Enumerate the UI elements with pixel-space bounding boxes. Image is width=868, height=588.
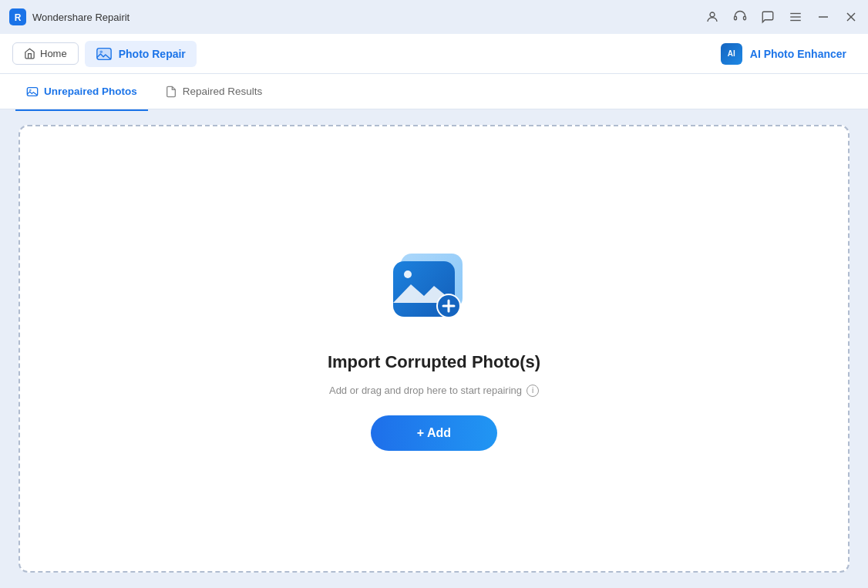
info-icon[interactable]: i xyxy=(527,385,539,397)
drop-zone[interactable]: Import Corrupted Photo(s) Add or drag an… xyxy=(19,125,849,573)
ai-enhancer-label: AI Photo Enhancer xyxy=(750,48,846,60)
svg-rect-4 xyxy=(744,16,746,20)
photo-repair-icon xyxy=(96,45,113,62)
main-content: Import Corrupted Photo(s) Add or drag an… xyxy=(0,109,868,588)
unrepaired-tab-label: Unrepaired Photos xyxy=(44,86,137,97)
sub-tabs: Unrepaired Photos Repaired Results xyxy=(0,74,868,109)
import-photo-icon xyxy=(384,247,484,340)
app-logo-icon: R xyxy=(9,8,26,25)
tab-repaired[interactable]: Repaired Results xyxy=(154,79,274,104)
repaired-tab-label: Repaired Results xyxy=(183,86,263,97)
tab-unrepaired[interactable]: Unrepaired Photos xyxy=(15,79,148,104)
svg-point-15 xyxy=(29,89,32,91)
svg-point-2 xyxy=(710,12,715,17)
svg-point-18 xyxy=(404,270,412,278)
account-icon[interactable] xyxy=(705,9,720,25)
headset-icon[interactable] xyxy=(732,9,748,25)
menu-icon[interactable] xyxy=(788,9,803,25)
ai-enhancer-button[interactable]: AI AI Photo Enhancer xyxy=(712,39,856,69)
chat-icon[interactable] xyxy=(760,9,775,25)
photo-repair-tab[interactable]: Photo Repair xyxy=(85,41,197,67)
home-label: Home xyxy=(40,48,67,59)
home-icon xyxy=(24,48,35,59)
photo-add-illustration xyxy=(384,247,484,340)
svg-text:R: R xyxy=(15,12,22,23)
close-button[interactable] xyxy=(843,9,859,25)
nav-left: Home Photo Repair xyxy=(12,41,197,67)
nav-bar: Home Photo Repair AI AI Photo Enhancer xyxy=(0,34,868,74)
svg-point-13 xyxy=(99,50,103,53)
title-bar-left: R Wondershare Repairit xyxy=(9,8,130,25)
photo-repair-label: Photo Repair xyxy=(119,48,186,60)
unrepaired-tab-icon xyxy=(26,86,39,98)
import-subtitle-text: Add or drag and drop here to start repai… xyxy=(329,385,522,396)
repaired-tab-icon xyxy=(165,86,177,98)
import-subtitle: Add or drag and drop here to start repai… xyxy=(329,385,539,397)
home-button[interactable]: Home xyxy=(12,42,79,65)
minimize-button[interactable] xyxy=(816,9,831,25)
svg-rect-3 xyxy=(735,16,737,20)
title-bar-right xyxy=(705,9,859,25)
add-button[interactable]: + Add xyxy=(371,415,497,451)
title-bar: R Wondershare Repairit xyxy=(0,0,868,34)
ai-badge: AI xyxy=(721,43,742,65)
app-title: Wondershare Repairit xyxy=(32,12,130,23)
import-title: Import Corrupted Photo(s) xyxy=(328,352,540,372)
